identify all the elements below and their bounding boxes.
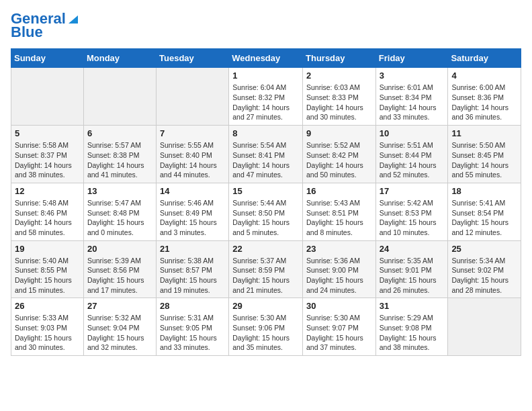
day-info: Sunrise: 5:29 AMSunset: 9:08 PMDaylight:… — [380, 313, 445, 353]
day-number: 7 — [160, 128, 225, 138]
calendar-cell — [157, 68, 229, 126]
day-number: 17 — [380, 186, 445, 196]
day-info: Sunrise: 5:36 AMSunset: 9:00 PMDaylight:… — [306, 256, 372, 295]
calendar-header-row: SundayMondayTuesdayWednesdayThursdayFrid… — [11, 49, 521, 68]
calendar-cell: 18Sunrise: 5:41 AMSunset: 8:54 PMDayligh… — [448, 183, 521, 240]
day-info: Sunrise: 5:42 AMSunset: 8:53 PMDaylight:… — [380, 198, 445, 238]
day-number: 13 — [87, 186, 152, 196]
day-info: Sunrise: 5:52 AMSunset: 8:42 PMDaylight:… — [306, 140, 372, 180]
calendar-cell: 24Sunrise: 5:35 AMSunset: 9:01 PMDayligh… — [375, 240, 448, 298]
calendar-cell: 4Sunrise: 6:00 AMSunset: 8:36 PMDaylight… — [448, 68, 521, 126]
day-number: 24 — [380, 244, 445, 254]
calendar-cell: 14Sunrise: 5:46 AMSunset: 8:49 PMDayligh… — [157, 183, 229, 240]
day-info: Sunrise: 5:41 AMSunset: 8:54 PMDaylight:… — [451, 198, 517, 238]
day-number: 1 — [232, 71, 299, 81]
calendar-cell: 1Sunrise: 6:04 AMSunset: 8:32 PMDaylight… — [229, 68, 303, 126]
calendar-cell: 9Sunrise: 5:52 AMSunset: 8:42 PMDaylight… — [303, 126, 376, 183]
day-info: Sunrise: 6:04 AMSunset: 8:32 PMDaylight:… — [232, 83, 299, 122]
day-info: Sunrise: 6:03 AMSunset: 8:33 PMDaylight:… — [306, 83, 372, 122]
day-info: Sunrise: 5:57 AMSunset: 8:38 PMDaylight:… — [87, 140, 152, 180]
logo: General Blue — [11, 11, 79, 40]
day-number: 23 — [306, 244, 372, 254]
day-number: 12 — [15, 186, 80, 196]
calendar-cell: 6Sunrise: 5:57 AMSunset: 8:38 PMDaylight… — [83, 126, 156, 183]
calendar-week-1: 1Sunrise: 6:04 AMSunset: 8:32 PMDaylight… — [11, 68, 521, 126]
calendar-cell: 30Sunrise: 5:30 AMSunset: 9:07 PMDayligh… — [303, 298, 376, 356]
day-info: Sunrise: 5:55 AMSunset: 8:40 PMDaylight:… — [160, 140, 225, 180]
day-number: 31 — [380, 301, 445, 311]
calendar-cell: 7Sunrise: 5:55 AMSunset: 8:40 PMDaylight… — [157, 126, 229, 183]
day-number: 11 — [451, 128, 517, 138]
calendar-cell: 17Sunrise: 5:42 AMSunset: 8:53 PMDayligh… — [375, 183, 448, 240]
calendar-cell — [448, 298, 521, 356]
day-number: 26 — [15, 301, 80, 311]
calendar-cell: 13Sunrise: 5:47 AMSunset: 8:48 PMDayligh… — [83, 183, 156, 240]
day-number: 27 — [87, 301, 152, 311]
calendar-week-5: 26Sunrise: 5:33 AMSunset: 9:03 PMDayligh… — [11, 298, 521, 356]
day-info: Sunrise: 5:54 AMSunset: 8:41 PMDaylight:… — [232, 140, 299, 180]
calendar-cell: 11Sunrise: 5:50 AMSunset: 8:45 PMDayligh… — [448, 126, 521, 183]
calendar-cell: 10Sunrise: 5:51 AMSunset: 8:44 PMDayligh… — [375, 126, 448, 183]
calendar-cell: 29Sunrise: 5:30 AMSunset: 9:06 PMDayligh… — [229, 298, 303, 356]
day-info: Sunrise: 5:30 AMSunset: 9:07 PMDaylight:… — [306, 313, 372, 353]
day-info: Sunrise: 5:51 AMSunset: 8:44 PMDaylight:… — [380, 140, 445, 180]
day-info: Sunrise: 5:33 AMSunset: 9:03 PMDaylight:… — [15, 313, 80, 353]
calendar-cell: 25Sunrise: 5:34 AMSunset: 9:02 PMDayligh… — [448, 240, 521, 298]
calendar-cell: 31Sunrise: 5:29 AMSunset: 9:08 PMDayligh… — [375, 298, 448, 356]
calendar-cell: 20Sunrise: 5:39 AMSunset: 8:56 PMDayligh… — [83, 240, 156, 298]
day-info: Sunrise: 5:44 AMSunset: 8:50 PMDaylight:… — [232, 198, 299, 238]
day-info: Sunrise: 5:30 AMSunset: 9:06 PMDaylight:… — [232, 313, 299, 353]
day-info: Sunrise: 5:58 AMSunset: 8:37 PMDaylight:… — [15, 140, 80, 180]
day-number: 3 — [380, 71, 445, 81]
day-number: 22 — [232, 244, 299, 254]
day-number: 14 — [160, 186, 225, 196]
logo-icon — [67, 13, 79, 25]
calendar-cell: 15Sunrise: 5:44 AMSunset: 8:50 PMDayligh… — [229, 183, 303, 240]
day-number: 4 — [451, 71, 517, 81]
calendar-cell: 12Sunrise: 5:48 AMSunset: 8:46 PMDayligh… — [11, 183, 84, 240]
day-info: Sunrise: 5:40 AMSunset: 8:55 PMDaylight:… — [15, 256, 80, 295]
day-number: 20 — [87, 244, 152, 254]
calendar-cell: 26Sunrise: 5:33 AMSunset: 9:03 PMDayligh… — [11, 298, 84, 356]
calendar-cell: 8Sunrise: 5:54 AMSunset: 8:41 PMDaylight… — [229, 126, 303, 183]
svg-marker-0 — [69, 15, 78, 24]
day-info: Sunrise: 5:37 AMSunset: 8:59 PMDaylight:… — [232, 256, 299, 295]
day-info: Sunrise: 5:35 AMSunset: 9:01 PMDaylight:… — [380, 256, 445, 295]
day-number: 29 — [232, 301, 299, 311]
day-info: Sunrise: 5:43 AMSunset: 8:51 PMDaylight:… — [306, 198, 372, 238]
day-info: Sunrise: 6:00 AMSunset: 8:36 PMDaylight:… — [451, 83, 517, 122]
day-number: 8 — [232, 128, 299, 138]
calendar-cell: 23Sunrise: 5:36 AMSunset: 9:00 PMDayligh… — [303, 240, 376, 298]
day-info: Sunrise: 5:46 AMSunset: 8:49 PMDaylight:… — [160, 198, 225, 238]
day-info: Sunrise: 6:01 AMSunset: 8:34 PMDaylight:… — [380, 83, 445, 122]
weekday-header-monday: Monday — [83, 49, 156, 68]
calendar-cell: 2Sunrise: 6:03 AMSunset: 8:33 PMDaylight… — [303, 68, 376, 126]
day-info: Sunrise: 5:39 AMSunset: 8:56 PMDaylight:… — [87, 256, 152, 295]
day-number: 16 — [306, 186, 372, 196]
weekday-header-sunday: Sunday — [11, 49, 84, 68]
day-number: 5 — [15, 128, 80, 138]
weekday-header-thursday: Thursday — [303, 49, 376, 68]
calendar-table: SundayMondayTuesdayWednesdayThursdayFrid… — [11, 48, 521, 356]
calendar-week-2: 5Sunrise: 5:58 AMSunset: 8:37 PMDaylight… — [11, 126, 521, 183]
day-number: 19 — [15, 244, 80, 254]
calendar-cell — [11, 68, 84, 126]
calendar-week-4: 19Sunrise: 5:40 AMSunset: 8:55 PMDayligh… — [11, 240, 521, 298]
day-info: Sunrise: 5:34 AMSunset: 9:02 PMDaylight:… — [451, 256, 517, 295]
day-info: Sunrise: 5:32 AMSunset: 9:04 PMDaylight:… — [87, 313, 152, 353]
weekday-header-wednesday: Wednesday — [229, 49, 303, 68]
calendar-cell: 5Sunrise: 5:58 AMSunset: 8:37 PMDaylight… — [11, 126, 84, 183]
weekday-header-friday: Friday — [375, 49, 448, 68]
weekday-header-saturday: Saturday — [448, 49, 521, 68]
day-number: 18 — [451, 186, 517, 196]
calendar-cell — [83, 68, 156, 126]
day-number: 28 — [160, 301, 225, 311]
day-number: 15 — [232, 186, 299, 196]
day-number: 25 — [451, 244, 517, 254]
calendar-cell: 22Sunrise: 5:37 AMSunset: 8:59 PMDayligh… — [229, 240, 303, 298]
day-number: 21 — [160, 244, 225, 254]
calendar-cell: 28Sunrise: 5:31 AMSunset: 9:05 PMDayligh… — [157, 298, 229, 356]
day-info: Sunrise: 5:50 AMSunset: 8:45 PMDaylight:… — [451, 140, 517, 180]
logo-text-blue: Blue — [11, 24, 43, 40]
calendar-cell: 27Sunrise: 5:32 AMSunset: 9:04 PMDayligh… — [83, 298, 156, 356]
